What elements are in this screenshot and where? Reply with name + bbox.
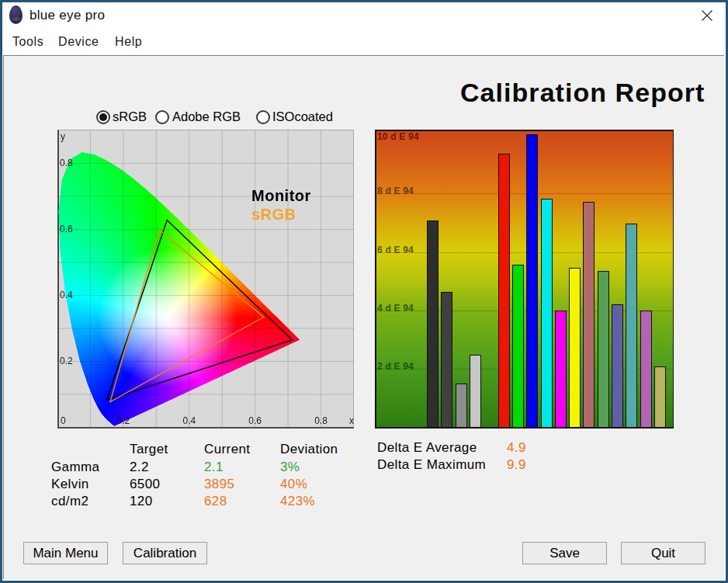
svg-text:0.2: 0.2 bbox=[60, 356, 73, 366]
svg-text:0: 0 bbox=[61, 415, 66, 426]
svg-text:x: x bbox=[349, 415, 354, 426]
svg-text:y: y bbox=[61, 131, 65, 142]
svg-text:0.4: 0.4 bbox=[182, 415, 196, 426]
svg-text:sRGB: sRGB bbox=[251, 206, 296, 223]
svg-text:0.8: 0.8 bbox=[314, 415, 328, 426]
svg-text:0.6: 0.6 bbox=[60, 224, 73, 234]
svg-text:Monitor: Monitor bbox=[251, 187, 311, 204]
svg-text:0.6: 0.6 bbox=[248, 415, 262, 426]
svg-text:0.2: 0.2 bbox=[117, 415, 130, 426]
svg-text:0.8: 0.8 bbox=[60, 158, 73, 168]
svg-text:0.4: 0.4 bbox=[60, 290, 73, 300]
